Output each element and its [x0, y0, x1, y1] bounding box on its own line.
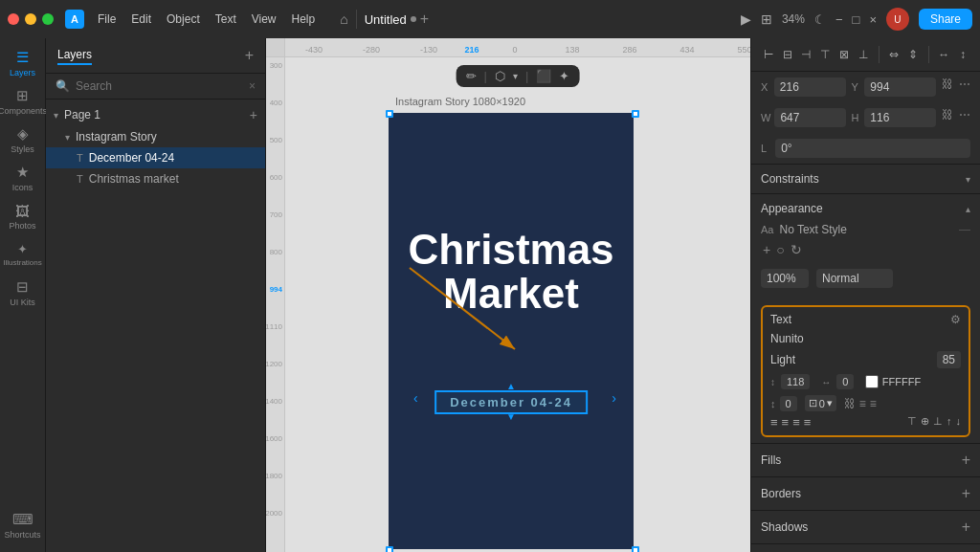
menu-file[interactable]: File [92, 11, 122, 28]
align-left-text-icon[interactable]: ≡ [859, 397, 866, 410]
restore-icon[interactable]: □ [853, 12, 860, 27]
canvas-viewport[interactable]: Instagram Story 1080×1920 ✏ | ⬡ ▾ | ⬛ ✦ … [285, 57, 750, 552]
y-input[interactable] [864, 77, 936, 97]
nav-illustrations[interactable]: ✦ Illustrations [4, 235, 42, 274]
align-top-icon[interactable]: ⊤ [817, 44, 833, 65]
fill-dropdown[interactable]: ▾ [513, 71, 518, 81]
link-icon[interactable]: ⛓ [844, 397, 856, 410]
valign-up-icon[interactable]: ↑ [947, 415, 952, 430]
font-name[interactable]: Nunito [770, 332, 961, 345]
valign-top-icon[interactable]: ⊤ [907, 415, 917, 430]
nav-components[interactable]: ⊞ Components [4, 82, 42, 121]
x-input[interactable] [774, 77, 846, 97]
share-button[interactable]: Share [919, 9, 972, 30]
fill-tool[interactable]: ⬡ [495, 69, 505, 83]
moon-icon[interactable]: ☾ [814, 12, 826, 27]
add-page-icon[interactable]: + [250, 107, 257, 122]
constraints-header[interactable]: Constraints ▾ [751, 165, 980, 193]
menu-text[interactable]: Text [210, 11, 242, 28]
align-right-text-icon[interactable]: ≡ [870, 397, 877, 410]
text-align-right-icon[interactable]: ≡ [792, 415, 800, 430]
crop-tool[interactable]: ⬛ [536, 69, 551, 83]
minimize-icon[interactable]: − [835, 12, 843, 27]
align-right-icon[interactable]: ⊣ [799, 44, 814, 65]
flip-v-icon[interactable]: ↕ [955, 44, 970, 65]
text-align-center-icon[interactable]: ≡ [782, 415, 790, 430]
borders-add-icon[interactable]: + [962, 485, 970, 502]
opacity-input[interactable] [761, 269, 809, 288]
home-icon[interactable]: ⌂ [340, 11, 347, 27]
canvas-area[interactable]: -430 -280 -130 216 0 138 286 434 550 700… [266, 38, 750, 552]
valign-bottom-icon[interactable]: ⊥ [933, 415, 943, 430]
line-height-val[interactable]: 118 [781, 374, 810, 389]
layer-item-december[interactable]: T December 04-24 [46, 147, 265, 168]
frame-handle-top-left[interactable] [386, 110, 393, 118]
close-search-icon[interactable]: × [249, 79, 256, 93]
align-center-h-icon[interactable]: ⊟ [780, 44, 795, 65]
align-center-v-icon[interactable]: ⊠ [836, 44, 852, 65]
flip-h-icon[interactable]: ↔ [936, 44, 951, 65]
add-layer-icon[interactable]: + [245, 47, 254, 64]
letter-spacing-val[interactable]: 0 [836, 374, 854, 389]
frame-handle-bottom-left[interactable] [386, 546, 393, 552]
menu-view[interactable]: View [246, 11, 282, 28]
blend-input[interactable] [816, 269, 893, 288]
refresh-style-icon[interactable]: ↻ [791, 242, 802, 257]
font-size[interactable]: 85 [937, 351, 961, 368]
text-align-left-icon[interactable]: ≡ [770, 415, 778, 430]
page-group[interactable]: ▾ Page 1 + [46, 103, 265, 126]
menu-object[interactable]: Object [161, 11, 206, 28]
mask-tool[interactable]: ✦ [559, 69, 569, 83]
link-wh-icon[interactable]: ⛓ [942, 108, 953, 127]
selection-handle-right[interactable]: › [612, 390, 616, 406]
color-swatch[interactable] [865, 375, 879, 388]
text-align-justify-icon[interactable]: ≡ [804, 415, 812, 430]
layer-item-christmas[interactable]: T Christmas market [46, 168, 265, 189]
frame-handle-top-right[interactable] [632, 110, 639, 118]
play-button[interactable]: ▶ [741, 11, 751, 27]
grid-icon[interactable]: ⊞ [761, 11, 772, 27]
close-app-icon[interactable]: × [869, 12, 877, 27]
selection-handle-left[interactable]: ‹ [413, 390, 418, 406]
valign-down-icon[interactable]: ↓ [956, 415, 962, 430]
menu-edit[interactable]: Edit [125, 11, 157, 28]
paragraph-spacing-val[interactable]: 0 [780, 396, 797, 411]
distribute-v-icon[interactable]: ⇕ [905, 44, 921, 65]
appearance-header[interactable]: Appearance ▴ [751, 194, 980, 223]
nav-icons[interactable]: ★ Icons [4, 159, 42, 197]
more-wh-icon[interactable]: ⋯ [959, 108, 970, 127]
font-weight[interactable]: Light [770, 353, 795, 366]
search-input[interactable] [76, 79, 243, 93]
shadows-add-icon[interactable]: + [962, 519, 970, 536]
color-hex[interactable]: FFFFFF [882, 376, 921, 387]
align-bottom-icon[interactable]: ⊥ [856, 44, 871, 65]
link-xy-icon[interactable]: ⛓ [942, 77, 953, 97]
minimize-button[interactable] [25, 13, 36, 25]
transform-select[interactable]: ⊡ 0 ▾ [805, 395, 836, 411]
distribute-h-icon[interactable]: ⇔ [886, 44, 902, 65]
more-icon[interactable]: ⋯ [959, 77, 970, 97]
valign-center-icon[interactable]: ⊕ [921, 415, 929, 430]
instagram-story-group[interactable]: ▾ Instagram Story [46, 126, 265, 147]
angle-input[interactable] [775, 139, 970, 158]
nav-styles[interactable]: ◈ Styles [4, 121, 42, 159]
nav-shortcuts[interactable]: ⌨ Shortcuts [4, 506, 42, 544]
h-input[interactable] [864, 108, 936, 127]
add-style-icon[interactable]: + [763, 242, 770, 257]
nav-photos[interactable]: 🖼 Photos [4, 197, 42, 235]
vector-tool[interactable]: ✏ [466, 69, 477, 83]
w-input[interactable] [774, 108, 845, 127]
nav-layers[interactable]: ☰ Layers [4, 44, 42, 82]
tab-layers[interactable]: Layers [57, 46, 92, 65]
frame-handle-bottom-right[interactable] [632, 546, 639, 552]
new-tab-plus[interactable]: + [420, 11, 429, 28]
align-left-icon[interactable]: ⊢ [761, 44, 776, 65]
close-button[interactable] [8, 13, 19, 25]
menu-help[interactable]: Help [286, 11, 322, 28]
circle-style-icon[interactable]: ○ [776, 242, 784, 257]
nav-ui-kits[interactable]: ⊟ UI Kits [4, 274, 42, 312]
maximize-button[interactable] [42, 13, 54, 25]
fills-add-icon[interactable]: + [962, 452, 970, 469]
text-settings-icon[interactable]: ⚙ [950, 313, 961, 326]
ruler-v-unit: 300 [270, 61, 284, 70]
